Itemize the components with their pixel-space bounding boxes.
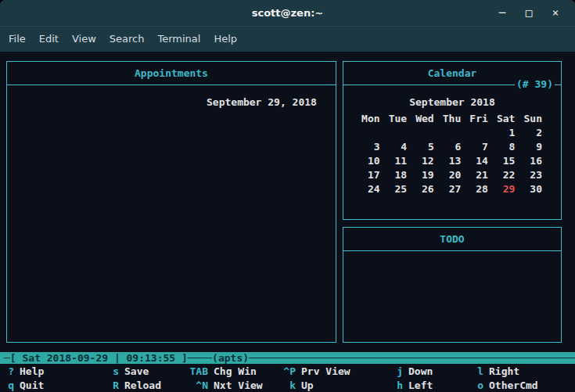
separator bbox=[7, 85, 336, 85]
keybinding-label: Save bbox=[124, 365, 149, 379]
calendar-day: 10 bbox=[353, 154, 380, 168]
week-number-badge: (# 39) bbox=[515, 78, 555, 91]
keybinding: RReload bbox=[111, 379, 188, 392]
keybinding-key: R bbox=[111, 379, 119, 392]
calendar-day-header: Wed bbox=[407, 112, 434, 126]
calendar-month-label: September 2018 bbox=[343, 96, 561, 108]
calendar-day: 1 bbox=[488, 126, 516, 140]
keybinding-key: j bbox=[395, 365, 403, 379]
keybinding-key: s bbox=[111, 365, 119, 379]
keybinding-key: ^N bbox=[188, 379, 208, 392]
calendar-day-header: Thu bbox=[434, 112, 462, 126]
separator bbox=[343, 250, 561, 251]
close-icon[interactable]: × bbox=[542, 0, 569, 26]
maximize-icon[interactable]: □ bbox=[516, 0, 542, 26]
terminal-window: scott@zen:~ ─ □ × File Edit View Search … bbox=[0, 0, 575, 392]
calendar-day: 21 bbox=[461, 168, 488, 182]
calendar-day: 18 bbox=[380, 168, 408, 182]
keybinding-key: q bbox=[6, 379, 14, 392]
keybinding-label: Up bbox=[301, 379, 314, 392]
menu-view[interactable]: View bbox=[66, 29, 102, 49]
calendar-day: 13 bbox=[434, 154, 462, 168]
keybinding: jDown bbox=[395, 365, 476, 379]
calendar-day: 30 bbox=[515, 182, 542, 196]
keybinding-key: o bbox=[476, 379, 483, 392]
keybinding: qQuit bbox=[6, 379, 111, 392]
calendar-day: 2 bbox=[515, 126, 542, 140]
calendar-day: 17 bbox=[353, 168, 380, 182]
calendar-day: 27 bbox=[434, 182, 462, 196]
minimize-icon[interactable]: ─ bbox=[489, 0, 516, 26]
keybinding-label: Reload bbox=[124, 379, 161, 392]
calendar-day-empty bbox=[434, 126, 462, 140]
calendar-day-empty bbox=[353, 126, 380, 140]
calendar-day: 9 bbox=[515, 140, 542, 154]
calendar-day: 7 bbox=[461, 140, 488, 154]
status-bar: ─[ Sat 2018-09-29 | 09:13:55 ]────(apts)… bbox=[0, 352, 575, 364]
keybinding: lRight bbox=[476, 365, 570, 379]
keybinding: oOtherCmd bbox=[476, 379, 570, 392]
keybinding-key: k bbox=[282, 379, 296, 392]
calendar-day: 16 bbox=[515, 154, 542, 168]
keybinding-label: Right bbox=[489, 365, 519, 379]
calendar-day: 15 bbox=[488, 154, 516, 168]
calendar-day: 6 bbox=[434, 140, 462, 154]
calendar-day: 25 bbox=[380, 182, 408, 196]
keybinding-label: Nxt View bbox=[214, 379, 263, 392]
calendar-day: 22 bbox=[488, 168, 516, 182]
keybinding-label: Help bbox=[20, 365, 44, 379]
keybinding-label: Quit bbox=[20, 379, 44, 392]
keybinding: TABChg Win bbox=[188, 365, 282, 379]
calendar-day-header: Sat bbox=[488, 112, 516, 126]
calendar-day: 14 bbox=[461, 154, 488, 168]
menu-edit[interactable]: Edit bbox=[34, 29, 64, 49]
calendar-day: 8 bbox=[488, 140, 516, 154]
keybinding: ?Help bbox=[6, 365, 111, 379]
keybinding-label: Prv View bbox=[301, 365, 350, 379]
menu-terminal[interactable]: Terminal bbox=[152, 29, 206, 49]
window-controls: ─ □ × bbox=[489, 0, 569, 26]
keybinding-row: qQuitRReload^NNxt ViewkUphLeftoOtherCmd bbox=[0, 379, 575, 392]
calendar-day-header: Fri bbox=[461, 112, 488, 126]
keybinding-key: TAB bbox=[188, 365, 208, 379]
calendar-day: 11 bbox=[380, 154, 408, 168]
calendar-panel: Calendar (# 39) September 2018 MonTueWed… bbox=[343, 61, 562, 220]
keybinding-key: ^P bbox=[282, 365, 296, 379]
calendar-day-empty bbox=[380, 126, 408, 140]
keybinding-key: h bbox=[395, 379, 403, 392]
calendar-day-header: Mon bbox=[353, 112, 380, 126]
menu-search[interactable]: Search bbox=[104, 29, 150, 49]
menubar: File Edit View Search Terminal Help bbox=[0, 26, 575, 52]
keybinding-row: ?HelpsSaveTABChg Win^PPrv ViewjDownlRigh… bbox=[0, 365, 575, 379]
calendar-day-header: Tue bbox=[380, 112, 408, 126]
titlebar[interactable]: scott@zen:~ ─ □ × bbox=[0, 0, 575, 26]
terminal-screen[interactable]: Appointments September 29, 2018 Calendar… bbox=[0, 52, 575, 392]
keybinding: ^NNxt View bbox=[188, 379, 282, 392]
calendar-day: 19 bbox=[407, 168, 434, 182]
keybinding-key: ? bbox=[6, 365, 14, 379]
calendar-day: 23 bbox=[515, 168, 542, 182]
keybinding-label: Down bbox=[408, 365, 433, 379]
keybinding-label: Left bbox=[408, 379, 433, 392]
keybinding-label: Chg Win bbox=[214, 365, 257, 379]
keybindings: ?HelpsSaveTABChg Win^PPrv ViewjDownlRigh… bbox=[0, 365, 575, 392]
calendar-day: 24 bbox=[353, 182, 380, 196]
todo-panel: TODO bbox=[343, 227, 562, 343]
separator: (# 39) bbox=[343, 85, 561, 85]
calendar-day: 28 bbox=[461, 182, 488, 196]
calendar-day: 26 bbox=[407, 182, 434, 196]
calendar-day-empty bbox=[461, 126, 488, 140]
calendar-day-header: Sun bbox=[515, 112, 542, 126]
keybinding: ^PPrv View bbox=[282, 365, 395, 379]
todo-panel-title: TODO bbox=[343, 228, 561, 250]
menu-file[interactable]: File bbox=[3, 29, 31, 49]
calendar-day: 3 bbox=[353, 140, 380, 154]
keybinding: sSave bbox=[111, 365, 188, 379]
calendar-day: 20 bbox=[434, 168, 462, 182]
calendar-day-selected: 29 bbox=[488, 182, 516, 196]
keybinding-key: l bbox=[476, 365, 483, 379]
menu-help[interactable]: Help bbox=[208, 29, 243, 49]
appointments-date: September 29, 2018 bbox=[207, 96, 317, 108]
keybinding: hLeft bbox=[395, 379, 476, 392]
appointments-panel: Appointments September 29, 2018 bbox=[6, 61, 336, 343]
